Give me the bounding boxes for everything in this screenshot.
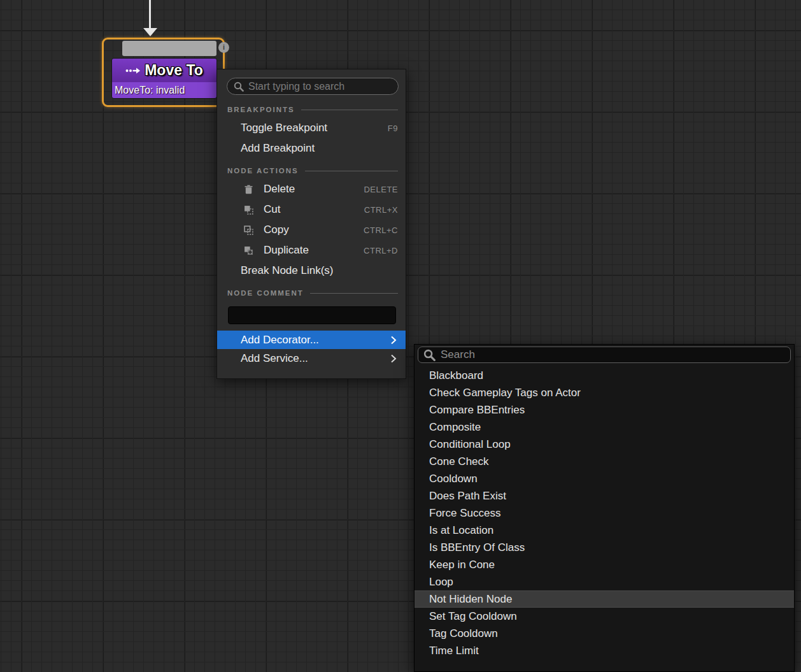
node-comment-input[interactable]	[228, 306, 396, 324]
menu-item-duplicate[interactable]: Duplicate CTRL+D	[217, 240, 406, 261]
node-info-icon[interactable]: i	[218, 42, 229, 53]
node-subtitle: MoveTo: invalid	[115, 85, 185, 96]
decorator-item[interactable]: Blackboard	[415, 367, 794, 384]
add-decorator-submenu: Blackboard Check Gameplay Tags on Actor …	[414, 344, 795, 672]
menu-item-shortcut: CTRL+C	[364, 225, 398, 235]
context-menu-search-box[interactable]	[227, 78, 399, 95]
menu-item-label: Toggle Breakpoint	[241, 122, 388, 134]
menu-item-shortcut: DELETE	[364, 185, 398, 194]
node-title: Move To	[145, 62, 203, 79]
section-label: BREAKPOINTS	[227, 106, 295, 113]
menu-item-add-breakpoint[interactable]: Add Breakpoint	[217, 138, 406, 159]
menu-item-cut[interactable]: Cut CTRL+X	[217, 199, 406, 220]
trash-icon	[244, 184, 254, 194]
decorator-item[interactable]: Compare BBEntries	[415, 401, 794, 418]
menu-item-break-node-links[interactable]: Break Node Link(s)	[217, 261, 406, 281]
menu-item-label: Duplicate	[264, 244, 364, 257]
menu-item-copy[interactable]: Copy CTRL+C	[217, 220, 406, 240]
menu-item-toggle-breakpoint[interactable]: Toggle Breakpoint F9	[217, 118, 406, 138]
menu-item-label: Cut	[264, 203, 364, 216]
section-label: NODE COMMENT	[227, 289, 304, 297]
decorator-item[interactable]: Cone Check	[415, 453, 794, 470]
decorator-search-box[interactable]	[418, 347, 791, 363]
search-icon	[423, 349, 436, 361]
graph-canvas[interactable]: i Move To MoveTo: invalid BREAKPOINTS	[0, 0, 801, 672]
decorator-item[interactable]: Time Limit	[415, 642, 794, 659]
menu-item-label: Add Service...	[241, 352, 390, 365]
decorator-item[interactable]: Set Tag Cooldown	[415, 608, 794, 625]
section-header-node-comment: NODE COMMENT	[217, 289, 406, 297]
menu-item-delete[interactable]: Delete DELETE	[217, 179, 406, 199]
decorator-item[interactable]: Cooldown	[415, 470, 794, 487]
chevron-right-icon	[390, 354, 397, 363]
node-subtitle-row: MoveTo: invalid	[112, 82, 216, 99]
menu-item-shortcut: CTRL+X	[364, 205, 398, 215]
decorator-item[interactable]: Does Path Exist	[415, 487, 794, 504]
decorator-search-input[interactable]	[441, 348, 785, 361]
decorator-item-highlighted[interactable]: Not Hidden Node	[415, 590, 794, 608]
section-divider	[301, 110, 398, 110]
section-divider	[310, 293, 398, 294]
decorator-item[interactable]: Tag Cooldown	[415, 625, 794, 642]
move-to-icon	[125, 67, 141, 75]
menu-item-add-decorator[interactable]: Add Decorator...	[217, 331, 406, 349]
decorator-item[interactable]: Loop	[415, 573, 794, 590]
decorator-item[interactable]: Force Success	[415, 504, 794, 522]
menu-item-label: Add Breakpoint	[241, 142, 398, 155]
node-comment-bubble	[122, 41, 216, 56]
menu-item-add-service[interactable]: Add Service...	[217, 349, 406, 368]
chevron-right-icon	[390, 336, 397, 345]
behavior-tree-node-move-to[interactable]: Move To MoveTo: invalid	[111, 58, 217, 99]
section-divider	[305, 171, 398, 171]
search-icon	[234, 82, 244, 92]
section-header-node-actions: NODE ACTIONS	[217, 166, 406, 175]
menu-item-shortcut: F9	[388, 124, 398, 133]
node-header: Move To	[112, 59, 216, 82]
section-header-breakpoints: BREAKPOINTS	[217, 105, 406, 114]
context-menu-search-input[interactable]	[248, 81, 392, 92]
execution-wire	[149, 0, 151, 28]
menu-item-shortcut: CTRL+D	[364, 246, 398, 255]
node-context-menu: BREAKPOINTS Toggle Breakpoint F9 Add Bre…	[216, 69, 406, 379]
menu-item-label: Break Node Link(s)	[241, 264, 398, 277]
node-comment-input-wrap	[217, 301, 406, 331]
execution-wire-arrowhead	[143, 28, 157, 36]
decorator-item[interactable]: Composite	[415, 418, 794, 436]
menu-item-label: Delete	[264, 183, 364, 196]
menu-item-label: Copy	[264, 224, 364, 236]
section-label: NODE ACTIONS	[227, 167, 299, 175]
duplicate-icon	[244, 245, 254, 255]
decorator-item[interactable]: Keep in Cone	[415, 556, 794, 573]
decorator-item[interactable]: Is at Location	[415, 522, 794, 539]
decorator-item[interactable]: Conditional Loop	[415, 436, 794, 453]
decorator-item[interactable]: Check Gameplay Tags on Actor	[415, 384, 794, 401]
copy-icon	[244, 225, 254, 235]
decorator-item[interactable]: Is BBEntry Of Class	[415, 539, 794, 556]
menu-item-label: Add Decorator...	[241, 334, 390, 347]
cut-icon	[244, 204, 254, 215]
